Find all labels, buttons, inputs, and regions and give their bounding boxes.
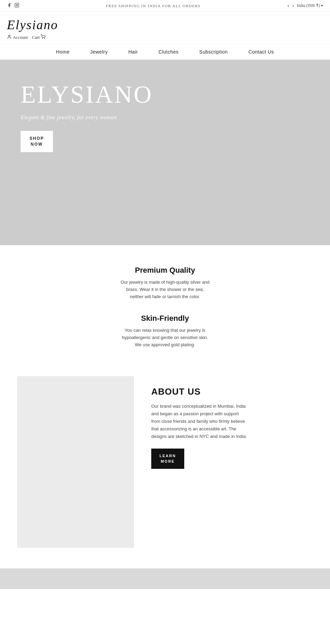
svg-point-1 — [16, 4, 18, 6]
about-content: ABOUT US Our brand was conceptualized in… — [141, 376, 258, 483]
hero-subtitle: Elegant & fine jewelry, for every woman — [21, 114, 117, 121]
premium-quality-title: Premium Quality — [120, 266, 210, 275]
account-cart-bar: Account Cart — [0, 32, 330, 44]
about-image — [17, 376, 134, 548]
region-selector[interactable]: India (INR ₹) — [297, 3, 323, 8]
svg-point-2 — [18, 4, 18, 4]
account-icon — [7, 34, 12, 41]
cart-label: Cart — [32, 35, 40, 40]
nav-forward-icon[interactable] — [292, 2, 294, 9]
social-links — [7, 3, 19, 9]
about-text: Our brand was conceptualized in Mumbai, … — [151, 403, 248, 440]
region-chevron-icon — [321, 3, 323, 8]
svg-point-4 — [42, 38, 43, 39]
skin-friendly-text: You can relax knowing that our jewelry i… — [120, 327, 210, 348]
svg-rect-0 — [15, 3, 19, 7]
account-label: Account — [13, 35, 28, 40]
hero-section: ELYSIANO Elegant & fine jewelry, for eve… — [0, 60, 330, 245]
shipping-text: FREE SHIPPING IN INDIA FOR ALL ORDERS — [19, 4, 287, 8]
premium-quality-text: Our jewelry is made of high-quality silv… — [120, 279, 210, 300]
region-label: India (INR ₹) — [297, 3, 320, 8]
logo-area: Elysiano — [0, 12, 330, 32]
nav-item-subscription[interactable]: Subscription — [199, 49, 228, 55]
logo[interactable]: Elysiano — [7, 17, 58, 32]
top-bar: FREE SHIPPING IN INDIA FOR ALL ORDERS In… — [0, 0, 330, 12]
nav-item-contact[interactable]: Contact Us — [249, 49, 274, 55]
svg-point-5 — [45, 38, 45, 39]
svg-point-3 — [9, 35, 10, 37]
cart-icon — [41, 34, 45, 41]
features-section: Premium Quality Our jewelry is made of h… — [113, 245, 217, 376]
shop-now-button[interactable]: SHOPNOW — [21, 131, 53, 152]
skin-friendly-title: Skin-Friendly — [120, 314, 210, 323]
nav-back-icon[interactable] — [287, 2, 289, 9]
nav-item-home[interactable]: Home — [56, 49, 69, 55]
account-link[interactable]: Account — [7, 34, 28, 41]
about-title: ABOUT US — [151, 386, 248, 397]
nav-item-clutches[interactable]: Clutches — [158, 49, 178, 55]
learn-more-button[interactable]: LEARNMORE — [151, 449, 184, 469]
footer — [0, 568, 330, 589]
about-row: ABOUT US Our brand was conceptualized in… — [0, 376, 330, 555]
nav-item-hair[interactable]: Hair — [128, 49, 138, 55]
main-nav: Home Jewelry Hair Clutches Subscription … — [0, 44, 330, 60]
instagram-icon[interactable] — [14, 3, 19, 9]
facebook-icon[interactable] — [7, 3, 12, 9]
nav-item-jewelry[interactable]: Jewelry — [90, 49, 108, 55]
hero-title: ELYSIANO — [21, 80, 153, 109]
cart-link[interactable]: Cart — [32, 34, 45, 41]
